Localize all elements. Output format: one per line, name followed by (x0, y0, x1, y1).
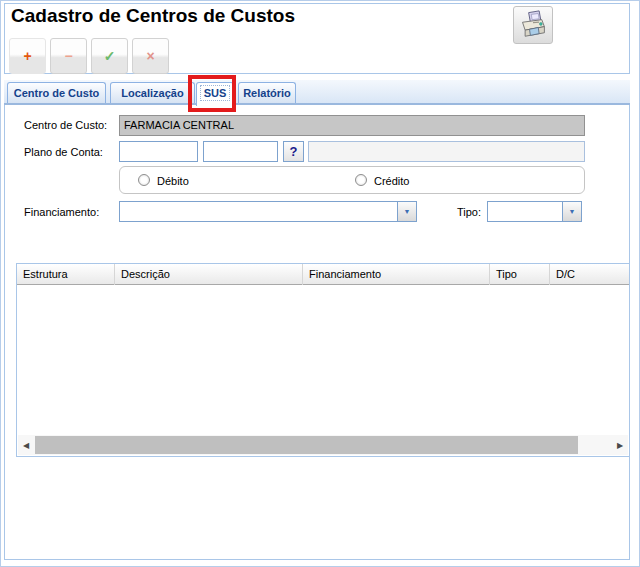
plus-icon: + (23, 48, 31, 64)
tab-sus[interactable]: SUS (196, 82, 234, 106)
check-icon: ✓ (104, 48, 116, 64)
grid-body-empty (17, 285, 629, 435)
tab-label: SUS (201, 86, 230, 100)
financiamento-label: Financiamento: (24, 206, 99, 218)
page-title: Cadastro de Centros de Custos (11, 5, 295, 27)
cancel-button[interactable]: × (132, 38, 169, 74)
tab-centro-de-custo[interactable]: Centro de Custo (7, 82, 106, 103)
column-header-descricao[interactable]: Descrição (115, 264, 303, 285)
centro-de-custo-field: FARMACIA CENTRAL (119, 115, 585, 136)
scrollbar-track[interactable] (34, 435, 612, 455)
remove-button[interactable]: − (50, 38, 87, 74)
plano-de-conta-code2-input[interactable] (203, 141, 278, 162)
plano-de-conta-label: Plano de Conta: (24, 146, 103, 158)
plano-de-conta-search-button[interactable]: ? (283, 141, 304, 162)
sus-grid: Estrutura Descrição Financiamento Tipo D… (16, 263, 630, 457)
close-icon: × (146, 48, 154, 64)
tipo-combobox[interactable]: ▼ (487, 201, 582, 222)
column-header-tipo[interactable]: Tipo (490, 264, 550, 285)
tab-strip: Centro de Custo Localização SUS Relatóri… (4, 80, 630, 105)
tab-label: Localização (121, 87, 183, 99)
tipo-label: Tipo: (457, 206, 481, 218)
plano-de-conta-code1-input[interactable] (119, 141, 198, 162)
plano-de-conta-description-field (308, 141, 585, 162)
debito-radio-label[interactable]: Débito (157, 175, 189, 187)
tab-localizacao[interactable]: Localização (110, 82, 195, 103)
column-header-financiamento[interactable]: Financiamento (303, 264, 490, 285)
chevron-down-icon[interactable]: ▼ (397, 202, 416, 221)
tab-label: Relatório (243, 87, 291, 99)
scroll-left-arrow-icon[interactable]: ◀ (18, 435, 34, 455)
cadastro-centros-custos-window: Cadastro de Centros de Custos + − ✓ (0, 0, 640, 567)
column-header-dc[interactable]: D/C (550, 264, 629, 285)
centro-de-custo-label: Centro de Custo: (24, 119, 107, 131)
question-mark-icon: ? (290, 144, 298, 159)
tab-relatorio[interactable]: Relatório (238, 82, 296, 103)
scroll-right-arrow-icon[interactable]: ▶ (612, 435, 628, 455)
scrollbar-thumb[interactable] (35, 436, 578, 454)
grid-header-row: Estrutura Descrição Financiamento Tipo D… (17, 264, 629, 285)
sus-tab-panel: Centro de Custo: FARMACIA CENTRAL Plano … (4, 105, 630, 560)
chevron-down-icon[interactable]: ▼ (562, 202, 581, 221)
debito-radio[interactable] (138, 174, 150, 186)
minus-icon: − (64, 48, 72, 64)
confirm-button[interactable]: ✓ (91, 38, 128, 74)
tab-label: Centro de Custo (14, 87, 100, 99)
debito-credito-group: Débito Crédito (119, 166, 585, 194)
header-panel: Cadastro de Centros de Custos + − ✓ (4, 3, 630, 74)
credito-radio-label[interactable]: Crédito (374, 175, 409, 187)
print-button[interactable] (513, 6, 553, 44)
column-header-estrutura[interactable]: Estrutura (17, 264, 115, 285)
horizontal-scrollbar[interactable]: ◀ ▶ (18, 435, 628, 455)
add-button[interactable]: + (9, 38, 46, 74)
credito-radio[interactable] (355, 174, 367, 186)
financiamento-combobox[interactable]: ▼ (119, 201, 417, 222)
printer-icon (519, 10, 547, 40)
